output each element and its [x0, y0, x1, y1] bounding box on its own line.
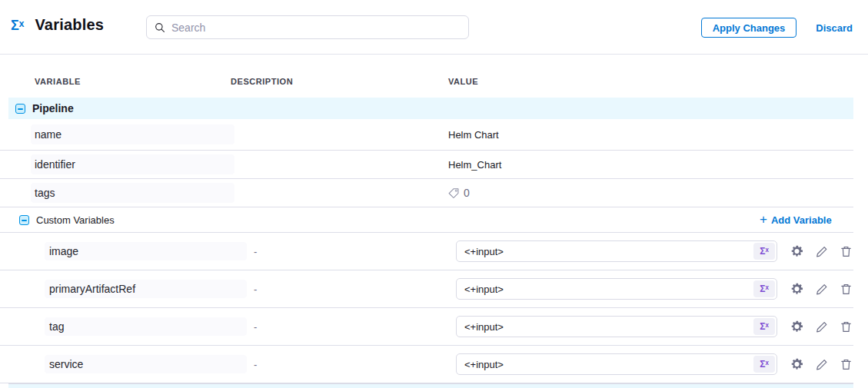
row-actions	[790, 320, 853, 333]
expression-type-badge[interactable]: Σˣ	[753, 243, 775, 260]
variable-name-label: image	[45, 242, 247, 260]
value-input-group: Σˣ	[456, 278, 777, 300]
custom-variables-section-header: Custom Variables + Add Variable	[0, 207, 853, 233]
page-title: Variables	[35, 16, 104, 34]
apply-changes-button[interactable]: Apply Changes	[701, 18, 797, 38]
pipeline-section-label: Pipeline	[32, 102, 74, 114]
delete-trash-icon[interactable]	[840, 245, 853, 258]
row-actions	[790, 358, 853, 371]
value-input-group: Σˣ	[456, 240, 777, 262]
column-header-description: DESCRIPTION	[231, 77, 293, 86]
expression-sigma-icon: Σˣ	[11, 18, 24, 32]
variable-description: -	[254, 284, 257, 295]
value-input[interactable]	[457, 321, 753, 333]
table-row: service - Σˣ	[0, 346, 853, 383]
expression-type-badge[interactable]: Σˣ	[753, 280, 775, 297]
column-header-value: VALUE	[448, 77, 478, 86]
variable-name-label: tag	[45, 317, 247, 336]
settings-gear-icon[interactable]	[790, 320, 803, 333]
search-input[interactable]	[171, 22, 461, 34]
table-header: VARIABLE DESCRIPTION VALUE	[0, 55, 868, 98]
settings-gear-icon[interactable]	[790, 358, 803, 371]
delete-trash-icon[interactable]	[840, 283, 853, 296]
value-input[interactable]	[457, 284, 753, 295]
tag-count: 0	[464, 187, 470, 199]
delete-trash-icon[interactable]	[840, 320, 853, 333]
next-section-row-partial	[8, 383, 853, 388]
variable-description: -	[254, 359, 257, 370]
add-variable-label: Add Variable	[771, 214, 832, 226]
variable-value: Helm_Chart	[448, 159, 501, 171]
value-input[interactable]	[457, 246, 753, 257]
tag-icon	[448, 187, 460, 199]
edit-pencil-icon[interactable]	[815, 283, 828, 296]
variable-description: -	[254, 246, 257, 257]
table-row: image - Σˣ	[0, 233, 853, 270]
variable-description: -	[254, 321, 257, 333]
edit-pencil-icon[interactable]	[815, 245, 828, 258]
expression-type-badge[interactable]: Σˣ	[753, 356, 775, 373]
discard-button[interactable]: Discard	[816, 22, 853, 34]
delete-trash-icon[interactable]	[840, 358, 853, 371]
variable-value: Helm Chart	[448, 129, 499, 141]
variable-name-label: primaryArtifactRef	[45, 280, 247, 298]
table-row: primaryArtifactRef - Σˣ	[0, 270, 853, 308]
header: Σˣ Variables Apply Changes Discard	[0, 0, 868, 55]
row-actions	[790, 245, 853, 258]
edit-pencil-icon[interactable]	[815, 320, 828, 333]
column-header-variable: VARIABLE	[35, 77, 81, 86]
table-row: tag - Σˣ	[0, 308, 853, 346]
settings-gear-icon[interactable]	[790, 283, 803, 296]
table-row: identifier Helm_Chart	[0, 151, 853, 179]
add-variable-button[interactable]: + Add Variable	[760, 214, 832, 226]
edit-pencil-icon[interactable]	[815, 358, 828, 371]
search-icon	[155, 22, 165, 33]
expression-type-badge[interactable]: Σˣ	[753, 318, 775, 335]
variable-name-label: service	[45, 355, 247, 373]
value-input-group: Σˣ	[456, 316, 777, 337]
header-title-group: Σˣ Variables	[11, 16, 104, 34]
row-actions	[790, 283, 853, 296]
custom-variables-section-label: Custom Variables	[36, 214, 115, 226]
search-box[interactable]	[146, 15, 469, 39]
collapse-minus-icon[interactable]	[19, 215, 29, 225]
variable-name-label: name	[31, 124, 234, 144]
collapse-minus-icon[interactable]	[15, 104, 25, 114]
variable-name-label: tags	[31, 183, 234, 203]
plus-icon: +	[760, 213, 767, 226]
pipeline-section-header: Pipeline	[8, 98, 853, 119]
table-row: tags 0	[0, 179, 853, 207]
value-input-group: Σˣ	[456, 353, 777, 375]
value-input[interactable]	[457, 359, 753, 370]
header-actions: Apply Changes Discard	[701, 18, 853, 38]
variable-name-label: identifier	[31, 154, 234, 174]
table-row: name Helm Chart	[0, 119, 853, 151]
settings-gear-icon[interactable]	[790, 245, 803, 258]
tags-value: 0	[448, 187, 470, 199]
variables-panel: Σˣ Variables Apply Changes Discard VARIA…	[0, 0, 868, 388]
